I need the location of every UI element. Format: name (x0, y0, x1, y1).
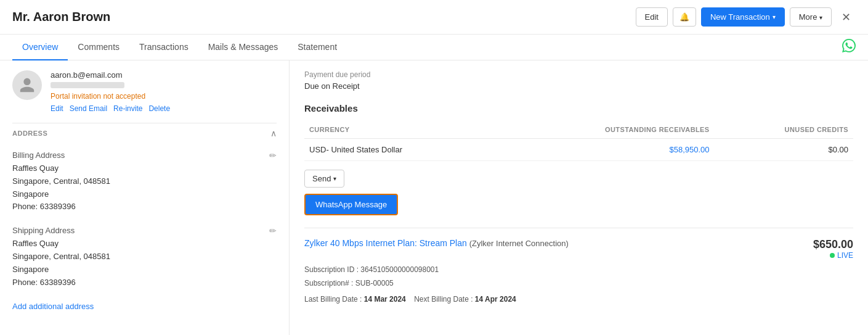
col-unused: UNUSED CREDITS (715, 121, 853, 139)
last-billing-date: 14 Mar 2024 (364, 295, 406, 304)
subscription-meta: Subscription ID : 3645105000000098001 Su… (304, 263, 853, 290)
billing-address-edit-icon[interactable]: ✏ (269, 151, 277, 160)
col-outstanding: OUTSTANDING RECEIVABLES (498, 121, 714, 139)
address-collapse-icon[interactable]: ∧ (270, 128, 277, 138)
currency-cell: USD- United States Dollar (304, 139, 498, 161)
edit-button[interactable]: Edit (636, 7, 668, 27)
contact-links: Edit Send Email Re-invite Delete (51, 104, 277, 113)
right-panel: Payment due period Due on Receipt Receiv… (290, 60, 868, 335)
page-title: Mr. Aaron Brown (12, 10, 636, 24)
billing-address-line2: Singapore, Central, 048581 (12, 175, 277, 188)
subscription-price-area: $650.00 LIVE (813, 238, 853, 260)
last-billing-label: Last Billing Date : (304, 295, 362, 304)
shipping-address-phone: Phone: 63389396 (12, 276, 277, 289)
payment-due-value: Due on Receipt (304, 81, 853, 91)
next-billing-label: Next Billing Date : (414, 295, 473, 304)
phone-bar (51, 82, 124, 88)
whatsapp-button-wrapper: WhatsApp Message (304, 194, 853, 228)
delete-link[interactable]: Delete (148, 104, 170, 113)
billing-address-phone: Phone: 63389396 (12, 201, 277, 213)
payment-due-label: Payment due period (304, 70, 853, 79)
subscription-title-link[interactable]: Zylker 40 Mbps Internet Plan: Stream Pla… (304, 238, 569, 248)
unused-cell: $0.00 (715, 139, 853, 161)
new-transaction-button[interactable]: New Transaction ▾ (701, 7, 785, 27)
shipping-address-line1: Raffles Quay (12, 238, 277, 250)
subscription-block: Zylker 40 Mbps Internet Plan: Stream Pla… (304, 228, 853, 304)
billing-dates: Last Billing Date : 14 Mar 2024 Next Bil… (304, 295, 853, 304)
live-badge: LIVE (813, 251, 853, 260)
subscription-id: Subscription ID : 3645105000000098001 (304, 263, 853, 277)
tab-bar: Overview Comments Transactions Mails & M… (0, 35, 868, 60)
portal-warning: Portal invitation not accepted (51, 92, 277, 101)
address-section-label: ADDRESS (12, 130, 47, 137)
contact-details: aaron.b@email.com Portal invitation not … (51, 70, 277, 113)
subscription-header: Zylker 40 Mbps Internet Plan: Stream Pla… (304, 238, 853, 260)
tab-overview[interactable]: Overview (12, 35, 68, 60)
reinvite-link[interactable]: Re-invite (113, 104, 142, 113)
notification-button[interactable]: 🔔 (673, 7, 696, 27)
billing-address-title: Billing Address (12, 151, 277, 160)
add-additional-address-link[interactable]: Add additional address (12, 302, 94, 311)
tab-statement[interactable]: Statement (288, 35, 347, 60)
address-section-header: ADDRESS ∧ (12, 123, 277, 143)
billing-address-line3: Singapore (12, 188, 277, 201)
shipping-address-edit-icon[interactable]: ✏ (269, 226, 277, 236)
tab-comments[interactable]: Comments (68, 35, 129, 60)
left-panel: aaron.b@email.com Portal invitation not … (0, 60, 290, 335)
edit-contact-link[interactable]: Edit (51, 104, 63, 113)
notification-icon: 🔔 (679, 12, 689, 22)
billing-address-block: Billing Address Raffles Quay Singapore, … (12, 151, 277, 213)
table-row: USD- United States Dollar $58,950.00 $0.… (304, 139, 853, 161)
header-actions: Edit 🔔 New Transaction ▾ More ▾ ✕ (636, 7, 856, 27)
tab-mails-messages[interactable]: Mails & Messages (198, 35, 288, 60)
send-area: Send ▾ (304, 170, 853, 188)
next-billing-date: 14 Apr 2024 (475, 295, 516, 304)
receivables-section: Receivables CURRENCY OUTSTANDING RECEIVA… (304, 103, 853, 161)
close-button[interactable]: ✕ (837, 8, 856, 27)
tab-transactions[interactable]: Transactions (129, 35, 198, 60)
subscription-org: (Zylker Internet Connection) (469, 239, 569, 248)
send-dropdown-button[interactable]: Send ▾ (304, 170, 344, 188)
subscription-title-area: Zylker 40 Mbps Internet Plan: Stream Pla… (304, 238, 569, 248)
shipping-address-line3: Singapore (12, 263, 277, 276)
avatar (12, 70, 42, 100)
payment-due-section: Payment due period Due on Receipt (304, 70, 853, 91)
subscription-num: Subscription# : SUB-00005 (304, 277, 853, 291)
receivables-title: Receivables (304, 103, 853, 114)
main-content: aaron.b@email.com Portal invitation not … (0, 60, 868, 335)
outstanding-cell: $58,950.00 (498, 139, 714, 161)
live-dot-icon (830, 253, 835, 258)
whatsapp-tab-icon[interactable] (842, 39, 856, 56)
live-label: LIVE (837, 251, 853, 260)
whatsapp-message-button[interactable]: WhatsApp Message (304, 194, 398, 215)
send-email-link[interactable]: Send Email (70, 104, 107, 113)
page-header: Mr. Aaron Brown Edit 🔔 New Transaction ▾… (0, 0, 868, 35)
billing-address-line1: Raffles Quay (12, 162, 277, 175)
shipping-address-title: Shipping Address (12, 226, 277, 235)
subscription-price: $650.00 (813, 238, 853, 251)
more-button[interactable]: More ▾ (790, 7, 832, 27)
shipping-address-block: Shipping Address Raffles Quay Singapore,… (12, 226, 277, 289)
new-transaction-arrow-icon: ▾ (773, 14, 776, 20)
outstanding-amount-link[interactable]: $58,950.00 (670, 145, 710, 154)
contact-info: aaron.b@email.com Portal invitation not … (12, 70, 277, 113)
more-arrow-icon: ▾ (819, 14, 822, 21)
col-currency: CURRENCY (304, 121, 498, 139)
contact-email: aaron.b@email.com (51, 70, 277, 80)
send-arrow-icon: ▾ (333, 175, 336, 182)
shipping-address-line2: Singapore, Central, 048581 (12, 250, 277, 263)
receivables-table: CURRENCY OUTSTANDING RECEIVABLES UNUSED … (304, 121, 853, 161)
